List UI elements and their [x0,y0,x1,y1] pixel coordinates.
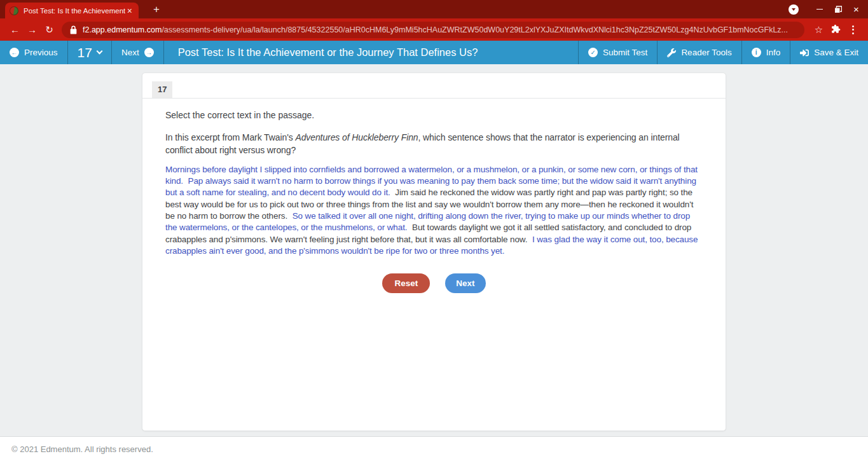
restore-button[interactable] [829,0,847,18]
next-button[interactable]: Next [445,273,485,293]
bookmark-star-icon[interactable]: ☆ [810,24,827,36]
close-tab-icon[interactable]: × [125,5,134,17]
url-text: f2.app.edmentum.com/assessments-delivery… [83,25,788,34]
restore-icon [834,6,842,13]
wrench-icon [667,48,676,57]
question-number-chip: 17 [152,81,172,98]
reader-tools-button[interactable]: Reader Tools [657,41,741,64]
arrow-circle-right-icon: → [144,48,154,57]
next-question-button[interactable]: Next → [112,41,164,64]
info-button[interactable]: i Info [741,41,790,64]
back-icon[interactable]: ← [6,24,24,35]
tab-strip: Post Test: Is It the Achievement × + × [0,0,868,18]
browser-window: Post Test: Is It the Achievement × + × ←… [0,0,868,461]
browser-menu-icon[interactable] [844,25,862,34]
info-circle-icon: i [752,48,761,57]
new-tab-button[interactable]: + [149,3,164,17]
sign-out-icon [800,48,809,57]
question-number-dropdown[interactable]: 17 [68,41,112,64]
profile-chevron-icon[interactable] [789,4,799,15]
minimize-button[interactable] [810,0,829,18]
question-card: 17 Select the correct text in the passag… [142,72,726,431]
reload-icon[interactable]: ↻ [41,24,58,36]
lock-icon [70,25,77,34]
question-number: 17 [78,45,92,60]
assessment-toolbar: ← Previous 17 Next → Post Test: Is It th… [0,41,868,64]
book-title-italic: Adventures of Huckleberry Finn [295,132,418,142]
url-bar[interactable]: f2.app.edmentum.com/assessments-delivery… [62,22,804,38]
check-circle-icon: ✓ [588,48,598,57]
window-controls: × [789,0,865,18]
test-title: Post Test: Is It the Achievement or the … [164,41,578,64]
passage: Mornings before daylight I slipped into … [165,164,703,258]
page-footer: © 2021 Edmentum. All rights reserved. [0,436,868,461]
instruction-text: Select the correct text in the passage. [165,110,703,120]
previous-question-button[interactable]: ← Previous [0,41,68,64]
copyright-text: © 2021 Edmentum. All rights reserved. [11,444,153,454]
content-area: 17 Select the correct text in the passag… [0,64,868,436]
close-window-button[interactable]: × [847,0,865,18]
forward-icon[interactable]: → [24,24,41,35]
submit-test-button[interactable]: ✓ Submit Test [578,41,657,64]
edmentum-favicon-icon [10,6,18,15]
question-prompt: In this excerpt from Mark Twain's Advent… [165,131,703,157]
tab-title: Post Test: Is It the Achievement [24,7,125,15]
minimize-icon [816,9,823,10]
reset-button[interactable]: Reset [382,273,430,293]
chevron-down-icon [96,48,102,55]
save-exit-button[interactable]: Save & Exit [790,41,868,64]
arrow-circle-left-icon: ← [10,48,19,57]
extensions-puzzle-icon[interactable] [827,24,844,36]
browser-navbar: ← → ↻ f2.app.edmentum.com/assessments-de… [0,18,868,41]
browser-tab[interactable]: Post Test: Is It the Achievement × [5,3,139,18]
